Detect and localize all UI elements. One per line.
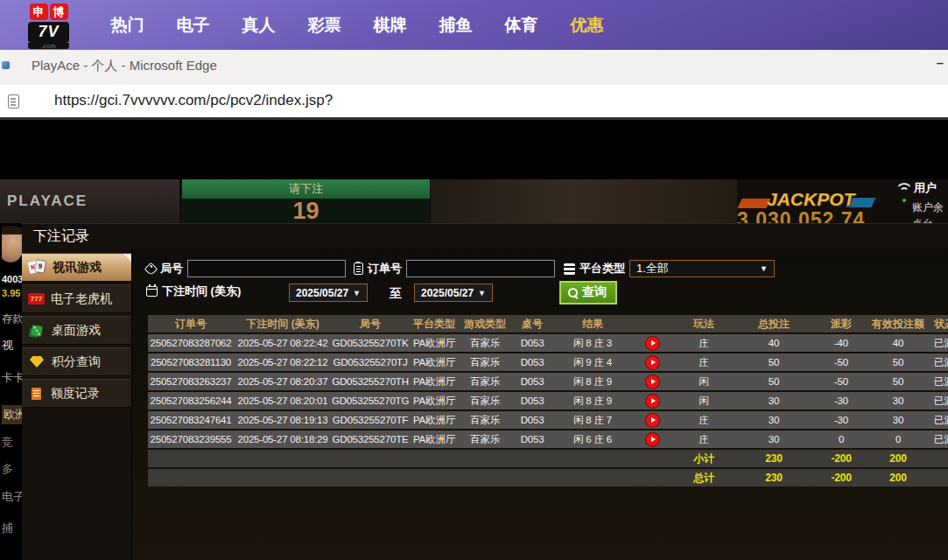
cell-payout: 0 — [813, 430, 869, 448]
empty-cell — [409, 469, 460, 486]
empty-cell — [460, 450, 510, 467]
round-label: 局号 — [160, 261, 183, 276]
subtotal-label: 小计 — [673, 450, 734, 467]
logo-badges: 申 博 — [28, 4, 69, 20]
cell-payout: -50 — [813, 354, 869, 371]
empty-cell — [510, 469, 554, 486]
modal-side-menu: 视讯游戏 电子老虎机 桌面游戏 积分查询 — [22, 248, 132, 560]
replay-button[interactable] — [646, 375, 659, 388]
empty-cell — [631, 450, 673, 467]
cell-total-bet: 50 — [734, 354, 813, 371]
chevron-down-icon: ▼ — [760, 264, 768, 273]
empty-cell — [409, 450, 460, 467]
dealer-avatar — [2, 226, 22, 266]
cell-game-type: 百家乐 — [460, 354, 510, 371]
subtotal-total-bet: 230 — [734, 450, 813, 467]
cell-result: 闲 8 庄 9 — [554, 373, 631, 390]
bg-fragment: 竞 — [2, 435, 13, 451]
round-input[interactable] — [187, 260, 346, 277]
cell-result: 闲 8 庄 7 — [554, 411, 631, 429]
bet-table-wrap: 订单号 下注时间 (美东) 局号 平台类型 游戏类型 桌号 结果 玩法 总 — [148, 313, 948, 488]
nav-item-promotions[interactable]: 优惠 — [554, 14, 620, 37]
nav-item-sports[interactable]: 体育 — [488, 14, 554, 37]
site-info-icon[interactable] — [8, 94, 19, 108]
cell-bet-time: 2025-05-27 08:18:29 — [234, 430, 332, 448]
clipboard-icon — [354, 262, 363, 275]
cell-table-number: D053 — [510, 430, 554, 448]
edge-titlebar: PlayAce - 个人 - Microsoft Edge – — [0, 50, 948, 85]
casino-background-strip: PLAYACE 请下注 19 JACKPOT 3,030,052.74 用户 账… — [0, 179, 948, 223]
bg-fragment: 欧洲 — [2, 405, 22, 424]
bg-fragment: 电子 — [2, 489, 22, 505]
connection-status-dot — [902, 199, 906, 202]
diamond-icon — [30, 356, 44, 368]
date-from-select[interactable]: 2025/05/27 ▼ — [289, 284, 368, 302]
empty-cell — [148, 450, 234, 467]
table-row: 250527083263237 2025-05-27 08:20:37 GD05… — [148, 373, 948, 390]
menu-item-quota-records[interactable]: 额度记录 — [22, 379, 131, 408]
nav-item-fishing[interactable]: 捕鱼 — [423, 14, 488, 37]
playace-brand-box: PLAYACE — [0, 179, 179, 223]
window-title: PlayAce - 个人 - Microsoft Edge — [32, 58, 217, 74]
empty-cell — [631, 469, 673, 486]
menu-item-table-games[interactable]: 桌面游戏 — [22, 316, 131, 345]
cell-status: 已派彩 — [927, 411, 948, 429]
cell-status: 已派彩 — [927, 430, 948, 448]
col-valid-bet: 有效投注额 — [869, 315, 927, 332]
replay-button[interactable] — [646, 414, 659, 427]
cell-valid-bet: 30 — [869, 392, 927, 410]
logo-main: 7V — [28, 22, 69, 43]
menu-item-label: 电子老虎机 — [51, 291, 112, 307]
cell-replay — [631, 411, 673, 429]
cell-result: 闲 6 庄 6 — [554, 430, 631, 448]
replay-button[interactable] — [646, 433, 659, 446]
menu-item-points-query[interactable]: 积分查询 — [22, 347, 131, 376]
menu-item-video-games[interactable]: 视讯游戏 — [22, 253, 131, 282]
col-result: 结果 — [554, 315, 631, 332]
site-logo[interactable]: 申 博 7V .com — [28, 4, 69, 49]
grand-total-row: 总计 230 -200 200 — [148, 469, 948, 486]
cell-play-type: 庄 — [673, 354, 734, 371]
wifi-icon — [895, 183, 913, 197]
cell-payout: -50 — [813, 373, 869, 390]
search-button[interactable]: 查询 — [559, 281, 617, 304]
minimize-button[interactable]: – — [937, 55, 944, 70]
col-bet-time: 下注时间 (美东) — [234, 315, 332, 332]
jackpot-value: 3,030,052.74 — [737, 208, 865, 223]
bet-records-modal: 下注记录 视讯游戏 电子老虎机 桌面游戏 — [22, 223, 948, 560]
countdown-number: 19 — [182, 199, 430, 223]
nav-item-board-games[interactable]: 棋牌 — [357, 14, 423, 37]
replay-button[interactable] — [646, 395, 659, 408]
bet-prompt-panel: 请下注 19 — [182, 179, 430, 223]
search-icon — [567, 287, 579, 298]
edge-addressbar: https://gci.7vvvvvv.com/pc/pcv2/index.js… — [0, 85, 948, 120]
menu-item-slot-machines[interactable]: 电子老虎机 — [22, 284, 131, 313]
nav-item-live[interactable]: 真人 — [226, 14, 291, 37]
empty-cell — [234, 450, 332, 467]
search-button-label: 查询 — [582, 284, 607, 300]
round-filter: 局号 — [146, 260, 346, 277]
order-filter: 订单号 — [354, 260, 555, 277]
cell-payout: -30 — [813, 411, 869, 429]
url-field[interactable]: https://gci.7vvvvvv.com/pc/pcv2/index.js… — [54, 92, 333, 109]
cell-table-number: D053 — [510, 392, 554, 410]
nav-item-hot[interactable]: 热门 — [95, 14, 160, 37]
empty-cell — [332, 469, 409, 486]
jackpot-orange-ribbon — [737, 199, 770, 208]
platform-label: 平台类型 — [579, 261, 625, 276]
order-input[interactable] — [406, 260, 555, 277]
user-label-fragment: 用户 — [914, 180, 937, 196]
table-row: 250527083239555 2025-05-27 08:18:29 GD05… — [148, 430, 948, 448]
platform-select[interactable]: 1.全部 ▼ — [629, 260, 775, 277]
replay-button[interactable] — [646, 337, 659, 350]
cell-result: 闲 9 庄 4 — [554, 354, 631, 371]
date-to-select[interactable]: 2025/05/27 ▼ — [414, 284, 493, 302]
empty-cell — [927, 450, 948, 467]
replay-button[interactable] — [646, 356, 659, 369]
bg-fragment: 多 — [2, 461, 13, 477]
nav-item-lottery[interactable]: 彩票 — [291, 14, 357, 37]
nav-item-slots[interactable]: 电子 — [160, 14, 226, 37]
cell-game-type: 百家乐 — [460, 373, 510, 390]
cell-platform-type: PA欧洲厅 — [409, 334, 460, 352]
jackpot-label: JACKPOT — [767, 189, 854, 210]
